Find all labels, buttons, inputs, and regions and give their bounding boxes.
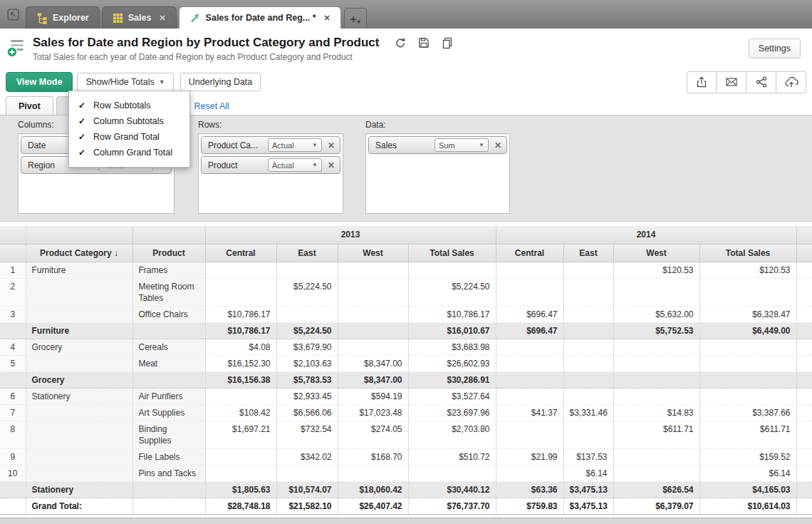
column-header-2013-total-sales[interactable]: Total Sales — [408, 244, 496, 262]
tab-pivot[interactable]: Pivot — [6, 96, 53, 115]
value-cell — [496, 339, 563, 355]
aggregation-select[interactable]: Actual▼ — [268, 138, 322, 152]
tab-sales-for-date-and-reg[interactable]: Sales for Date and Reg... *✕ — [179, 6, 341, 29]
column-header-2013-central[interactable]: Central — [205, 244, 276, 262]
value-cell — [338, 306, 408, 322]
field-drop-zone[interactable]: Product Ca...Actual▼✕ProductActual▼✕ — [198, 133, 343, 214]
tab-sales[interactable]: Sales✕ — [102, 6, 177, 29]
column-header-2014-central[interactable]: Central — [496, 244, 563, 262]
close-icon[interactable]: ✕ — [159, 14, 165, 23]
view-mode-button[interactable]: View Mode — [6, 72, 73, 92]
value-cell: $5,632.00 — [613, 306, 699, 322]
menu-item-row-subtotals[interactable]: ✓Row Subtotals — [69, 98, 189, 113]
row-number-cell: 1 — [0, 262, 26, 278]
column-header-2014-east[interactable]: East — [563, 244, 613, 262]
reset-all-link[interactable]: Reset All — [194, 101, 229, 111]
settings-button[interactable]: Settings — [749, 38, 801, 58]
popout-icon[interactable] — [4, 6, 21, 23]
subtotal-row: Furniture$10,786.17$5,224.50$16,010.67$6… — [0, 322, 812, 339]
chevron-down-icon: ▼ — [312, 162, 318, 168]
value-cell — [205, 448, 276, 465]
checkmark-icon: ✓ — [78, 148, 87, 158]
category-cell — [26, 465, 132, 481]
field-group-rows: Rows:Product Ca...Actual▼✕ProductActual▼… — [198, 120, 343, 214]
export-button[interactable] — [687, 71, 717, 93]
table-row: 8Binding Supplies$1,697.21$732.54$274.05… — [0, 421, 812, 448]
overflow-cell — [796, 371, 812, 388]
value-cell: $3,679.90 — [276, 339, 338, 355]
share-button[interactable] — [746, 71, 776, 93]
product-cell — [132, 498, 205, 514]
value-cell: $5,224.50 — [276, 278, 338, 306]
value-cell — [205, 262, 276, 278]
remove-field-icon[interactable]: ✕ — [492, 140, 504, 150]
value-cell — [496, 262, 563, 278]
cloud-upload-button[interactable] — [776, 71, 806, 93]
new-tab-button[interactable]: + ▾ — [344, 8, 367, 29]
table-row: 6StationeryAir Purifiers$2,933.45$594.19… — [0, 388, 812, 404]
copy-icon[interactable] — [440, 36, 454, 50]
value-cell: $8,347.00 — [338, 371, 408, 388]
field-chip-product-ca[interactable]: Product Ca...Actual▼✕ — [201, 136, 340, 154]
chevron-down-icon: ▼ — [312, 142, 318, 148]
column-header-2014-west[interactable]: West — [613, 244, 699, 262]
close-icon[interactable]: ✕ — [324, 14, 330, 23]
value-cell: $16,010.67 — [408, 322, 496, 339]
share-button-group — [687, 71, 806, 93]
plus-icon: + — [350, 14, 357, 24]
aggregation-select[interactable]: Actual▼ — [268, 158, 322, 172]
underlying-data-button[interactable]: Underlying Data — [180, 73, 261, 91]
show-hide-totals-button[interactable]: Show/Hide Totals ▼ — [77, 73, 173, 91]
product-cell — [132, 371, 205, 388]
row-number-cell: 6 — [0, 388, 26, 404]
window-tab-bar: ExplorerSales✕Sales for Date and Reg... … — [0, 0, 812, 29]
value-cell: $732.54 — [276, 421, 338, 448]
year-header-2013[interactable]: 2013 — [205, 226, 496, 244]
column-header-2013-east[interactable]: East — [276, 244, 338, 262]
column-header-row: Product Category ↓ProductCentralEastWest… — [0, 244, 812, 262]
value-cell: $4,165.03 — [699, 481, 796, 498]
row-number-cell: 2 — [0, 278, 26, 306]
value-cell: $26,407.42 — [338, 498, 408, 514]
value-cell — [563, 355, 613, 371]
year-header-2014[interactable]: 2014 — [496, 226, 796, 244]
column-header-product[interactable]: Product — [132, 244, 205, 262]
value-cell: $6,328.47 — [699, 306, 796, 322]
aggregation-select[interactable]: Sum▼ — [434, 138, 489, 152]
overflow-cell — [796, 498, 812, 514]
field-chip-product[interactable]: ProductActual▼✕ — [201, 156, 340, 174]
checkmark-icon: ✓ — [78, 116, 87, 126]
field-chip-sales[interactable]: SalesSum▼✕ — [368, 136, 507, 154]
horizontal-scrollbar[interactable] — [0, 518, 812, 524]
overflow-cell — [796, 421, 812, 448]
table-row: 5Meat$16,152.30$2,103.63$8,347.00$26,602… — [0, 355, 812, 371]
value-cell — [205, 278, 276, 306]
category-cell: Stationery — [26, 481, 132, 498]
email-button[interactable] — [717, 71, 746, 93]
value-cell: $611.71 — [613, 421, 699, 448]
menu-item-column-grand-total[interactable]: ✓Column Grand Total — [69, 145, 189, 160]
column-header-product-category[interactable]: Product Category ↓ — [26, 244, 132, 262]
value-cell: $21,582.10 — [276, 498, 338, 514]
refresh-icon[interactable] — [393, 36, 407, 50]
field-group-label: Rows: — [198, 120, 343, 130]
column-header-2014-total-sales[interactable]: Total Sales — [699, 244, 796, 262]
remove-field-icon[interactable]: ✕ — [326, 140, 337, 150]
remove-field-icon[interactable]: ✕ — [326, 160, 337, 170]
menu-item-row-grand-total[interactable]: ✓Row Grand Total — [69, 129, 189, 145]
value-cell: $26,602.93 — [408, 355, 496, 371]
product-cell: Office Chairs — [132, 306, 205, 322]
value-cell: $8,347.00 — [338, 355, 408, 371]
field-chip-label: Product — [208, 160, 268, 170]
value-cell: $6,449.00 — [699, 322, 796, 339]
value-cell: $120.53 — [613, 262, 699, 278]
field-drop-zone[interactable]: SalesSum▼✕ — [365, 133, 510, 214]
column-header-2013-west[interactable]: West — [338, 244, 408, 262]
value-cell — [338, 339, 408, 355]
menu-item-column-subtotals[interactable]: ✓Column Subtotals — [69, 113, 189, 129]
tab-explorer[interactable]: Explorer — [26, 6, 100, 29]
save-icon[interactable] — [417, 36, 431, 50]
value-cell — [496, 388, 563, 404]
category-cell — [26, 421, 132, 448]
value-cell: $21.99 — [496, 448, 563, 465]
